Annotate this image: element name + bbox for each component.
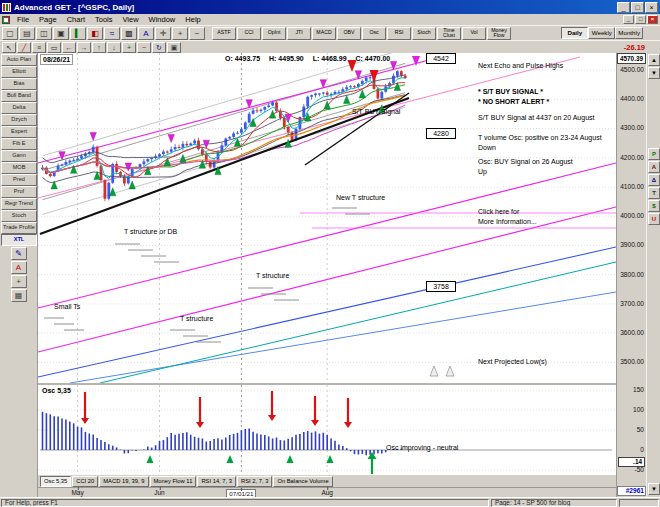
study-button-macd[interactable]: MACD [312, 27, 336, 40]
crosshair-icon[interactable]: ✛ [155, 27, 171, 40]
study-button-osc[interactable]: Osc [362, 27, 386, 40]
chart-annotation: S/T BUY Signal [352, 108, 400, 116]
pti-button[interactable]: P [648, 148, 660, 160]
chart-minimize-button[interactable]: _ [623, 15, 634, 24]
delta-button[interactable]: Δ [648, 174, 660, 186]
indicator-tab-osc-5-35[interactable]: Osc 5,35 [40, 476, 71, 487]
text-tool-icon[interactable]: A [138, 27, 154, 40]
period-button-monthly[interactable]: Monthly [615, 27, 643, 39]
time-button[interactable]: T [648, 187, 660, 199]
candle-type-icon[interactable]: ◧ [87, 27, 103, 40]
sidebar-item-elliott[interactable]: Elliott [1, 66, 37, 78]
maximize-button[interactable]: □ [631, 2, 644, 13]
period-button-weekly[interactable]: Weekly [588, 27, 615, 39]
grid-icon[interactable]: ▩ [121, 27, 137, 40]
price-axis-label: 3500.00 [620, 358, 644, 366]
scroll-right-icon[interactable]: → [77, 42, 91, 53]
open-chart-icon[interactable]: ▤ [19, 27, 35, 40]
add-study-icon[interactable]: + [11, 275, 27, 288]
indicator-tab-on-balance-volume[interactable]: On Balance Volume [273, 476, 332, 487]
chart-window-icon [2, 16, 10, 24]
menu-tools[interactable]: Tools [90, 15, 118, 24]
study-button-opint[interactable]: OpInt [262, 27, 286, 40]
scroll-up-icon[interactable]: ↑ [92, 42, 106, 53]
refresh-icon[interactable]: ↻ [152, 42, 166, 53]
study-button-money-flow[interactable]: Money Flow [487, 27, 511, 40]
chart-close-button[interactable]: × [647, 15, 658, 24]
draw-tool-icon[interactable]: ✎ [11, 247, 27, 260]
study-button-obv[interactable]: OBV [337, 27, 361, 40]
window-title: Advanced GET - [^GSPC, Daily] [14, 3, 134, 12]
chart-maximize-button[interactable]: □ [635, 15, 646, 24]
studies-list-icon[interactable]: ≡ [32, 42, 46, 53]
sidebar-item-delta[interactable]: Delta [1, 102, 37, 114]
zoom-in-icon[interactable]: + [172, 27, 188, 40]
sidebar-item-prof[interactable]: Prof [1, 186, 37, 198]
scroll-left-icon[interactable]: ← [62, 42, 76, 53]
box-tool-icon[interactable]: ▭ [47, 42, 61, 53]
sidebar-item-auto-plan[interactable]: Auto Plan [1, 54, 37, 66]
label-tool-icon[interactable]: A [11, 261, 27, 274]
menu-view[interactable]: View [117, 15, 143, 24]
indicator-tab-money-flow-11[interactable]: Money Flow 11 [150, 476, 197, 487]
trendline-tool-icon[interactable]: ╱ [17, 42, 31, 53]
indicator-tab-macd-19-39-9[interactable]: MACD 19, 39, 9 [99, 476, 148, 487]
close-button[interactable]: × [645, 2, 658, 13]
menu-chart[interactable]: Chart [62, 15, 90, 24]
menu-file[interactable]: File [12, 15, 34, 24]
zoom-out-icon[interactable]: − [189, 27, 205, 40]
sidebar-item-trade-profile[interactable]: Trade Profile [1, 222, 37, 234]
period-button-daily[interactable]: Daily [561, 27, 588, 39]
pointer-icon[interactable]: ↖ [2, 42, 16, 53]
indicator-tab-rsi-14-7-3[interactable]: RSI 14, 7, 3 [197, 476, 236, 487]
oscillator-chart[interactable] [38, 385, 616, 475]
scroll-down-button[interactable]: ▼ [648, 67, 660, 79]
grid-tool-icon[interactable]: ▦ [11, 289, 27, 302]
sidebar-item-mob[interactable]: MOB [1, 162, 37, 174]
sidebar-item-xtl[interactable]: XTL [1, 234, 37, 246]
sidebar-item-pred[interactable]: Pred [1, 174, 37, 186]
scroll-bottom-button[interactable]: ▼ [648, 483, 660, 495]
u-button[interactable]: U [648, 213, 660, 225]
scroll-up-button[interactable]: ▲ [648, 54, 660, 66]
zoom-out-icon-2[interactable]: − [137, 42, 151, 53]
alert-button[interactable]: A [648, 161, 660, 173]
study-button-stoch[interactable]: Stoch [412, 27, 436, 40]
sidebar-item-regr-trend[interactable]: Regr Trend [1, 198, 37, 210]
study-button-time-clust[interactable]: Time Clust [437, 27, 461, 40]
more-info-link[interactable]: More Information... [478, 218, 537, 226]
chart-annotation: * S/T BUY SIGNAL * [478, 88, 543, 96]
menu-help[interactable]: Help [180, 15, 205, 24]
sidebar-item-stoch[interactable]: Stoch [1, 210, 37, 222]
sidebar-item-gann[interactable]: Gann [1, 150, 37, 162]
zoom-in-icon-2[interactable]: + [122, 42, 136, 53]
ohlc-readout: O: 4493.75H: 4495.90L: 4468.99C: 4470.00 [225, 55, 390, 62]
sidebar-item-bias[interactable]: Bias [1, 78, 37, 90]
indicator-tab-cci-20[interactable]: CCI 20 [72, 476, 98, 487]
study-button-astf[interactable]: ASTF [212, 27, 236, 40]
menu-window[interactable]: Window [144, 15, 181, 24]
new-chart-icon[interactable]: ▢ [2, 27, 18, 40]
line-type-icon[interactable]: ≈ [104, 27, 120, 40]
more-info-link[interactable]: Click here for [478, 208, 519, 216]
indicator-tab-rsi-2-7-3[interactable]: RSI 2, 7, 3 [237, 476, 272, 487]
save-icon[interactable]: ◫ [36, 27, 52, 40]
study-button-rsi[interactable]: RSI [387, 27, 411, 40]
title-bar[interactable]: Advanced GET - [^GSPC, Daily] _□× [0, 0, 660, 14]
minimize-button[interactable]: _ [617, 2, 630, 13]
menu-page[interactable]: Page [34, 15, 62, 24]
study-button-vol[interactable]: Vol [462, 27, 486, 40]
ohlc-o: O: 4493.75 [225, 55, 260, 62]
print-icon[interactable]: ▣ [53, 27, 69, 40]
study-button-jti[interactable]: JTI [287, 27, 311, 40]
sidebar-item-boll-band[interactable]: Boll Band [1, 90, 37, 102]
sidebar-item-fib-e[interactable]: Fib E [1, 138, 37, 150]
dollar-button[interactable]: $ [648, 200, 660, 212]
study-button-cci[interactable]: CCI [237, 27, 261, 40]
sidebar-item-expert[interactable]: Expert [1, 126, 37, 138]
sidebar-item-dzych[interactable]: Dzych [1, 114, 37, 126]
chart-annotation: Next Projected Low(s) [478, 358, 547, 366]
scroll-down-icon[interactable]: ↓ [107, 42, 121, 53]
bar-type-icon[interactable]: ▍ [70, 27, 86, 40]
snapshot-icon[interactable]: ▣ [167, 42, 181, 53]
